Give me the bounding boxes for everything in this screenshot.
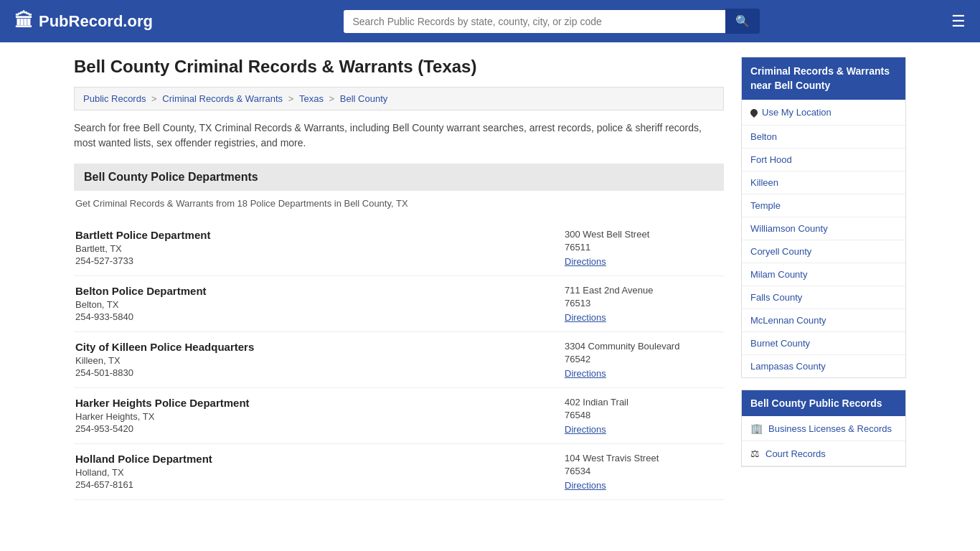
breadcrumb-criminal-records[interactable]: Criminal Records & Warrants [162, 93, 283, 104]
dept-street: 402 Indian Trail [565, 397, 722, 408]
content-area: Bell County Criminal Records & Warrants … [74, 57, 724, 500]
dept-street: 711 East 2nd Avenue [565, 285, 722, 296]
site-header: 🏛 PubRecord.org 🔍 ☰ [0, 0, 980, 42]
breadcrumb-public-records[interactable]: Public Records [83, 93, 146, 104]
public-record-icon: ⚖ [750, 448, 760, 459]
dept-zip: 76511 [565, 242, 722, 253]
dept-name: Holland Police Department [75, 453, 550, 465]
nearby-location-link[interactable]: Killeen [750, 177, 778, 188]
dept-phone: 254-953-5420 [75, 423, 550, 434]
breadcrumb-sep-3: > [329, 93, 337, 104]
dept-city: Harker Heights, TX [75, 411, 550, 422]
nearby-location-item[interactable]: Coryell County [742, 240, 905, 263]
dept-name: Belton Police Department [75, 285, 550, 297]
breadcrumb-texas[interactable]: Texas [299, 93, 324, 104]
use-my-location[interactable]: Use My Location [742, 100, 905, 126]
breadcrumb-sep-1: > [151, 93, 159, 104]
public-record-item[interactable]: ⚖ Court Records [742, 441, 905, 466]
nearby-location-link[interactable]: McLennan County [750, 315, 826, 326]
nearby-location-link[interactable]: Falls County [750, 292, 802, 303]
nearby-box: Criminal Records & Warrants near Bell Co… [741, 57, 906, 378]
nearby-location-link[interactable]: Burnet County [750, 338, 810, 349]
dept-name: City of Killeen Police Headquarters [75, 341, 550, 353]
dept-address-block: 711 East 2nd Avenue 76513 Directions [565, 285, 722, 323]
dept-name: Bartlett Police Department [75, 229, 550, 241]
nearby-location-link[interactable]: Fort Hood [750, 154, 792, 165]
nearby-box-header: Criminal Records & Warrants near Bell Co… [742, 57, 905, 100]
directions-link[interactable]: Directions [565, 480, 606, 491]
nearby-location-item[interactable]: McLennan County [742, 309, 905, 332]
search-icon: 🔍 [735, 15, 750, 27]
dept-city: Bartlett, TX [75, 243, 550, 254]
dept-info: Harker Heights Police Department Harker … [75, 397, 550, 435]
dept-street: 300 West Bell Street [565, 229, 722, 240]
dept-street: 3304 Community Boulevard [565, 341, 722, 352]
dept-address-block: 402 Indian Trail 76548 Directions [565, 397, 722, 435]
nearby-location-link[interactable]: Coryell County [750, 246, 811, 257]
dept-info: Bartlett Police Department Bartlett, TX … [75, 229, 550, 267]
public-record-item[interactable]: 🏢 Business Licenses & Records [742, 416, 905, 441]
dept-zip: 76548 [565, 410, 722, 420]
nearby-location-item[interactable]: Falls County [742, 286, 905, 309]
dept-city: Holland, TX [75, 467, 550, 478]
nearby-location-link[interactable]: Lampasas County [750, 361, 826, 372]
dept-phone: 254-501-8830 [75, 367, 550, 378]
section-header: Bell County Police Departments [74, 164, 724, 191]
site-logo[interactable]: 🏛 PubRecord.org [14, 10, 153, 32]
breadcrumb-sep-2: > [288, 93, 296, 104]
nearby-location-item[interactable]: Williamson County [742, 217, 905, 240]
location-icon [749, 108, 759, 118]
breadcrumb-bell-county[interactable]: Bell County [340, 93, 387, 104]
directions-link[interactable]: Directions [565, 256, 606, 267]
nearby-location-link[interactable]: Williamson County [750, 223, 828, 234]
dept-info: Holland Police Department Holland, TX 25… [75, 453, 550, 491]
dept-address-block: 3304 Community Boulevard 76542 Direction… [565, 341, 722, 379]
public-records-box: Bell County Public Records 🏢 Business Li… [741, 390, 906, 467]
dept-address-block: 104 West Travis Street 76534 Directions [565, 453, 722, 491]
search-button[interactable]: 🔍 [725, 9, 760, 34]
public-record-icon: 🏢 [750, 423, 763, 434]
dept-name: Harker Heights Police Department [75, 397, 550, 409]
intro-text: Search for free Bell County, TX Criminal… [74, 121, 724, 151]
public-record-link[interactable]: Court Records [765, 448, 826, 459]
breadcrumb: Public Records > Criminal Records & Warr… [74, 87, 724, 110]
dept-phone: 254-657-8161 [75, 479, 550, 490]
table-row: Holland Police Department Holland, TX 25… [74, 444, 724, 500]
nearby-location-item[interactable]: Burnet County [742, 332, 905, 355]
dept-info: Belton Police Department Belton, TX 254-… [75, 285, 550, 323]
nearby-location-item[interactable]: Belton [742, 126, 905, 149]
dept-zip: 76542 [565, 354, 722, 364]
directions-link[interactable]: Directions [565, 424, 606, 435]
search-bar: 🔍 [344, 9, 760, 34]
dept-zip: 76513 [565, 298, 722, 309]
nearby-location-item[interactable]: Lampasas County [742, 355, 905, 377]
nearby-location-item[interactable]: Fort Hood [742, 149, 905, 171]
dept-phone: 254-527-3733 [75, 255, 550, 266]
dept-city: Belton, TX [75, 299, 550, 310]
sidebar: Criminal Records & Warrants near Bell Co… [741, 57, 906, 500]
search-input[interactable] [344, 10, 725, 33]
logo-text: PubRecord.org [39, 12, 153, 31]
dept-zip: 76534 [565, 466, 722, 476]
public-record-link[interactable]: Business Licenses & Records [768, 423, 892, 434]
directions-link[interactable]: Directions [565, 312, 606, 323]
dept-street: 104 West Travis Street [565, 453, 722, 463]
department-list: Bartlett Police Department Bartlett, TX … [74, 220, 724, 500]
menu-icon[interactable]: ☰ [951, 12, 966, 31]
directions-link[interactable]: Directions [565, 368, 606, 379]
nearby-location-item[interactable]: Killeen [742, 171, 905, 194]
public-records-header: Bell County Public Records [742, 390, 905, 416]
dept-phone: 254-933-5840 [75, 311, 550, 322]
dept-city: Killeen, TX [75, 355, 550, 366]
dept-info: City of Killeen Police Headquarters Kill… [75, 341, 550, 379]
nearby-location-link[interactable]: Milam County [750, 269, 807, 280]
table-row: Harker Heights Police Department Harker … [74, 388, 724, 444]
page-title: Bell County Criminal Records & Warrants … [74, 57, 724, 77]
nearby-location-link[interactable]: Temple [750, 200, 781, 211]
nearby-location-item[interactable]: Temple [742, 194, 905, 217]
logo-icon: 🏛 [14, 10, 33, 32]
main-container: Bell County Criminal Records & Warrants … [60, 42, 920, 514]
use-location-label: Use My Location [762, 107, 831, 118]
nearby-location-item[interactable]: Milam County [742, 263, 905, 286]
nearby-location-link[interactable]: Belton [750, 131, 777, 142]
